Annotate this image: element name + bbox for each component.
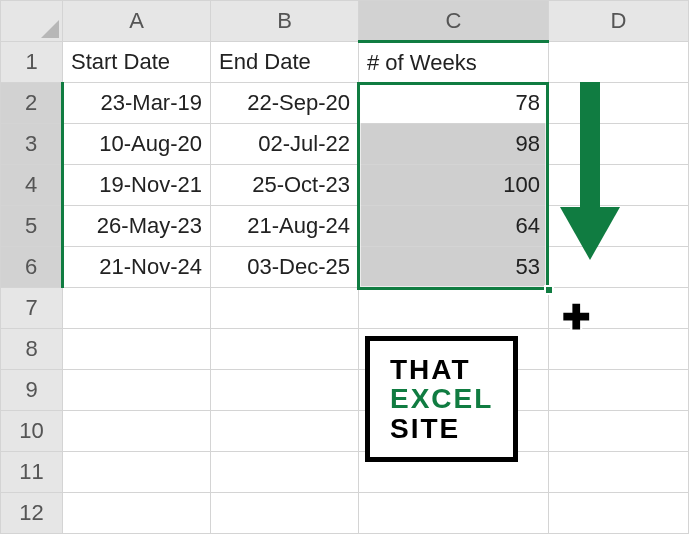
svg-rect-1	[580, 82, 600, 212]
fill-handle[interactable]	[544, 285, 554, 295]
row-header-2[interactable]: 2	[1, 83, 63, 124]
cell-d10[interactable]	[549, 411, 689, 452]
row-header-1[interactable]: 1	[1, 42, 63, 83]
cell-b7[interactable]	[211, 288, 359, 329]
cell-b12[interactable]	[211, 493, 359, 534]
cell-c1[interactable]: # of Weeks	[359, 42, 549, 83]
row-header-5[interactable]: 5	[1, 206, 63, 247]
cell-a2[interactable]: 23-Mar-19	[63, 83, 211, 124]
cell-b4[interactable]: 25-Oct-23	[211, 165, 359, 206]
cell-d9[interactable]	[549, 370, 689, 411]
cell-c12[interactable]	[359, 493, 549, 534]
column-header-c[interactable]: C	[359, 1, 549, 42]
cell-b5[interactable]: 21-Aug-24	[211, 206, 359, 247]
cell-a6[interactable]: 21-Nov-24	[63, 247, 211, 288]
cell-a12[interactable]	[63, 493, 211, 534]
row-header-11[interactable]: 11	[1, 452, 63, 493]
cell-c5[interactable]: 64	[359, 206, 549, 247]
column-header-d[interactable]: D	[549, 1, 689, 42]
cell-a8[interactable]	[63, 329, 211, 370]
row-header-8[interactable]: 8	[1, 329, 63, 370]
logo-line-1: THAT	[390, 355, 493, 384]
row-header-7[interactable]: 7	[1, 288, 63, 329]
row-header-6[interactable]: 6	[1, 247, 63, 288]
cell-c2[interactable]: 78	[359, 83, 549, 124]
fill-cursor-icon: ✚	[562, 300, 590, 334]
cell-c7[interactable]	[359, 288, 549, 329]
cell-a7[interactable]	[63, 288, 211, 329]
cell-b8[interactable]	[211, 329, 359, 370]
cell-b6[interactable]: 03-Dec-25	[211, 247, 359, 288]
cell-d12[interactable]	[549, 493, 689, 534]
logo: THAT EXCEL SITE	[365, 336, 518, 462]
spreadsheet-grid[interactable]: A B C D 1 Start Date End Date # of Weeks…	[0, 0, 689, 534]
cell-b3[interactable]: 02-Jul-22	[211, 124, 359, 165]
cell-a11[interactable]	[63, 452, 211, 493]
cell-a4[interactable]: 19-Nov-21	[63, 165, 211, 206]
cell-a3[interactable]: 10-Aug-20	[63, 124, 211, 165]
logo-line-3: SITE	[390, 414, 493, 443]
row-header-9[interactable]: 9	[1, 370, 63, 411]
column-header-a[interactable]: A	[63, 1, 211, 42]
cell-b11[interactable]	[211, 452, 359, 493]
cell-a1[interactable]: Start Date	[63, 42, 211, 83]
cell-b2[interactable]: 22-Sep-20	[211, 83, 359, 124]
cell-c6[interactable]: 53	[359, 247, 549, 288]
row-header-12[interactable]: 12	[1, 493, 63, 534]
arrow-down-icon	[560, 82, 620, 262]
row-header-10[interactable]: 10	[1, 411, 63, 452]
row-header-3[interactable]: 3	[1, 124, 63, 165]
cell-b10[interactable]	[211, 411, 359, 452]
cell-b1[interactable]: End Date	[211, 42, 359, 83]
cell-d11[interactable]	[549, 452, 689, 493]
svg-marker-2	[560, 207, 620, 260]
cell-c3[interactable]: 98	[359, 124, 549, 165]
row-header-4[interactable]: 4	[1, 165, 63, 206]
cell-a5[interactable]: 26-May-23	[63, 206, 211, 247]
cell-a9[interactable]	[63, 370, 211, 411]
cell-d1[interactable]	[549, 42, 689, 83]
select-all-corner[interactable]	[1, 1, 63, 42]
logo-line-2: EXCEL	[390, 384, 493, 413]
column-header-b[interactable]: B	[211, 1, 359, 42]
cell-b9[interactable]	[211, 370, 359, 411]
cell-c4[interactable]: 100	[359, 165, 549, 206]
cell-a10[interactable]	[63, 411, 211, 452]
svg-marker-0	[41, 20, 59, 38]
